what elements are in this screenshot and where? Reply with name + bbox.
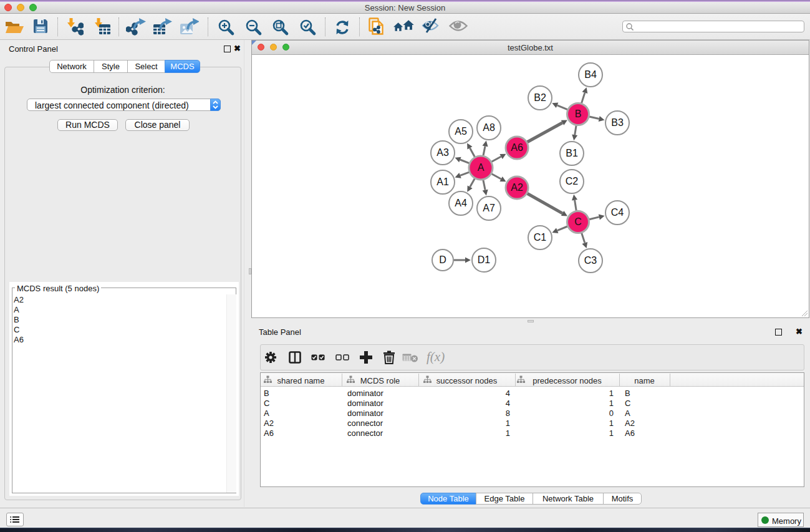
svg-text:A6: A6 [511, 142, 523, 153]
svg-text:A1: A1 [436, 177, 449, 187]
svg-text:B: B [575, 109, 582, 119]
svg-text:B2: B2 [534, 92, 546, 103]
svg-text:D1: D1 [478, 254, 491, 265]
svg-text:B1: B1 [566, 148, 578, 158]
svg-text:C1: C1 [534, 232, 547, 243]
svg-text:D: D [439, 254, 446, 265]
svg-text:A3: A3 [436, 147, 449, 158]
svg-text:B3: B3 [611, 117, 624, 128]
svg-text:B4: B4 [584, 69, 597, 80]
svg-text:C2: C2 [566, 176, 579, 186]
svg-text:A7: A7 [483, 203, 495, 213]
svg-text:A8: A8 [483, 122, 495, 133]
svg-text:C: C [574, 216, 582, 227]
svg-text:A2: A2 [511, 182, 523, 193]
svg-text:A5: A5 [455, 126, 467, 137]
svg-text:A: A [478, 162, 485, 173]
svg-text:C4: C4 [611, 207, 624, 218]
svg-text:C3: C3 [584, 255, 597, 266]
svg-text:A4: A4 [455, 198, 467, 208]
